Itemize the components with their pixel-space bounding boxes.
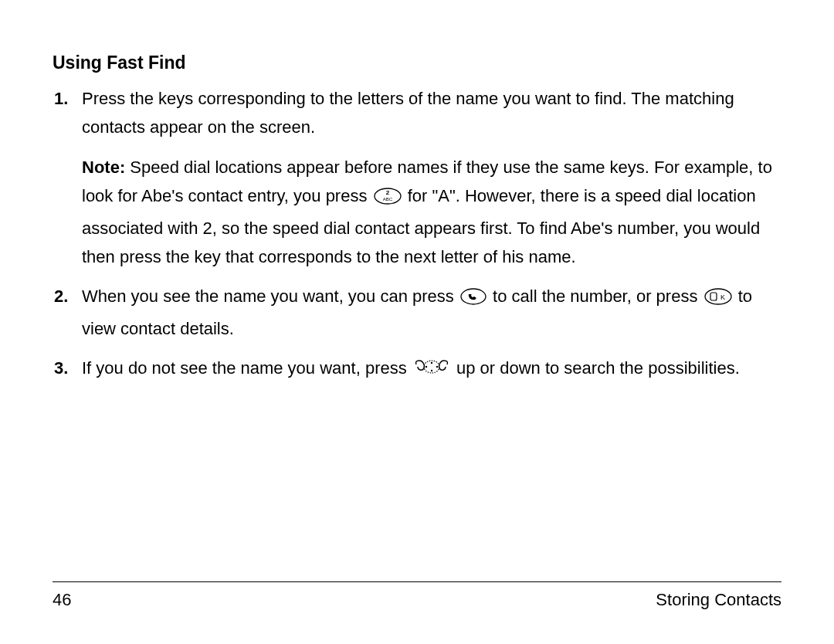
step-text-a: If you do not see the name you want, pre… bbox=[82, 358, 412, 378]
svg-point-8 bbox=[431, 362, 432, 364]
key-call-icon bbox=[460, 285, 486, 314]
list-item: Press the keys corresponding to the lett… bbox=[53, 84, 781, 271]
list-item: If you do not see the name you want, pre… bbox=[53, 354, 781, 385]
note-label: Note: bbox=[82, 158, 125, 177]
svg-text:ABC: ABC bbox=[382, 197, 392, 202]
page-footer: 46 Storing Contacts bbox=[53, 581, 781, 610]
step-text: Press the keys corresponding to the lett… bbox=[82, 84, 781, 142]
section-heading: Using Fast Find bbox=[53, 53, 781, 73]
svg-point-10 bbox=[425, 366, 427, 368]
svg-point-9 bbox=[431, 370, 432, 371]
step-text-b: to call the number, or press bbox=[488, 286, 703, 306]
svg-point-11 bbox=[436, 366, 438, 368]
svg-rect-5 bbox=[710, 293, 717, 300]
list-item: When you see the name you want, you can … bbox=[53, 282, 781, 343]
instruction-list: Press the keys corresponding to the lett… bbox=[53, 84, 781, 386]
key-ok-icon: K bbox=[704, 285, 732, 314]
svg-text:K: K bbox=[720, 293, 725, 301]
svg-point-3 bbox=[461, 289, 486, 304]
key-2abc-icon: 2ABC bbox=[374, 185, 402, 213]
page-number: 46 bbox=[53, 590, 71, 610]
svg-text:2: 2 bbox=[385, 189, 389, 196]
step-text-b: up or down to search the possibilities. bbox=[452, 358, 740, 378]
svg-point-4 bbox=[705, 289, 731, 304]
key-nav-icon bbox=[413, 357, 450, 385]
step-text-a: When you see the name you want, you can … bbox=[82, 286, 459, 306]
note-paragraph: Note: Speed dial locations appear before… bbox=[82, 153, 781, 272]
section-name: Storing Contacts bbox=[656, 590, 781, 610]
